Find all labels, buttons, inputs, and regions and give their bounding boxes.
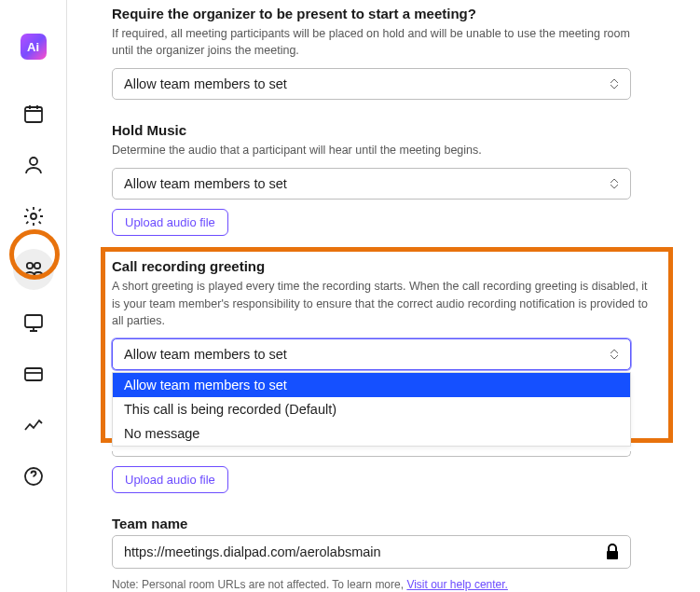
- svg-point-2: [31, 213, 36, 219]
- greeting-dropdown: Allow team members to set This call is b…: [112, 372, 631, 447]
- team-name-note: Note: Personal room URLs are not affecte…: [112, 578, 652, 591]
- nav-display[interactable]: [15, 304, 52, 341]
- hold-music-section: Hold Music Determine the audio that a pa…: [112, 122, 652, 236]
- svg-point-1: [30, 158, 37, 165]
- monitor-icon: [22, 311, 45, 334]
- chevron-updown-icon: [610, 178, 619, 189]
- greeting-select-wrapper: Allow team members to set Allow team mem…: [112, 338, 652, 370]
- hold-music-select[interactable]: Allow team members to set: [112, 168, 631, 200]
- svg-rect-0: [25, 107, 42, 122]
- nav-billing[interactable]: [15, 355, 52, 392]
- greeting-select-value: Allow team members to set: [124, 347, 287, 362]
- svg-rect-8: [607, 551, 618, 559]
- help-center-link[interactable]: Visit our help center.: [406, 578, 508, 591]
- team-name-title: Team name: [112, 516, 652, 531]
- calendar-icon: [22, 103, 45, 125]
- app-logo[interactable]: Ai: [21, 34, 47, 60]
- greeting-covered-select[interactable]: [112, 451, 631, 457]
- nav-analytics[interactable]: [15, 406, 52, 444]
- team-name-value: https://meetings.dialpad.com/aerolabsmai…: [124, 544, 381, 559]
- greeting-option-1[interactable]: This call is being recorded (Default): [113, 397, 630, 421]
- note-text: Note: Personal room URLs are not affecte…: [112, 578, 406, 591]
- greeting-upload-button[interactable]: Upload audio file: [112, 466, 228, 493]
- nav-help[interactable]: [15, 458, 52, 495]
- nav-team[interactable]: [13, 249, 54, 290]
- svg-rect-5: [25, 315, 42, 327]
- organizer-desc: If required, all meeting participants wi…: [112, 25, 652, 59]
- nav-calendar[interactable]: [15, 95, 52, 132]
- organizer-title: Require the organizer to be present to s…: [112, 6, 652, 21]
- trend-icon: [22, 414, 45, 436]
- sidebar: Ai: [0, 0, 67, 592]
- greeting-section: Call recording greeting A short greeting…: [112, 258, 652, 492]
- card-icon: [22, 363, 45, 385]
- hold-music-upload-button[interactable]: Upload audio file: [112, 209, 228, 236]
- team-icon: [22, 258, 45, 281]
- svg-point-4: [34, 263, 39, 268]
- team-name-section: Team name https://meetings.dialpad.com/a…: [112, 516, 652, 591]
- chevron-updown-icon: [610, 349, 619, 360]
- nav-settings[interactable]: [15, 198, 52, 235]
- chevron-updown-icon: [610, 78, 619, 89]
- organizer-select-value: Allow team members to set: [124, 76, 287, 91]
- main-content: Require the organizer to be present to s…: [112, 6, 652, 592]
- nav-user[interactable]: [15, 146, 52, 184]
- lock-icon: [604, 543, 621, 564]
- hold-music-title: Hold Music: [112, 122, 652, 138]
- hold-music-select-value: Allow team members to set: [124, 176, 287, 191]
- greeting-title: Call recording greeting: [112, 258, 652, 274]
- hold-music-desc: Determine the audio that a participant w…: [112, 142, 652, 158]
- organizer-select[interactable]: Allow team members to set: [112, 68, 631, 100]
- team-name-input[interactable]: https://meetings.dialpad.com/aerolabsmai…: [112, 535, 631, 569]
- greeting-option-2[interactable]: No message: [113, 421, 630, 446]
- greeting-select[interactable]: Allow team members to set: [112, 338, 631, 370]
- user-icon: [22, 154, 45, 176]
- organizer-section: Require the organizer to be present to s…: [112, 6, 652, 100]
- svg-point-3: [26, 263, 32, 268]
- svg-rect-6: [25, 368, 42, 380]
- help-icon: [22, 465, 45, 488]
- gear-icon: [22, 205, 45, 227]
- greeting-option-0[interactable]: Allow team members to set: [113, 373, 630, 397]
- greeting-desc: A short greeting is played every time th…: [112, 278, 652, 328]
